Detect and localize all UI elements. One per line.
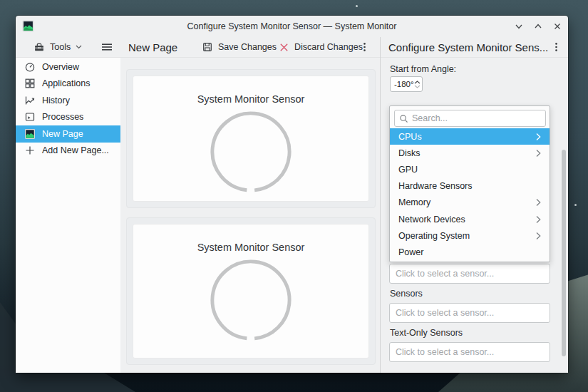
chevron-right-icon	[536, 232, 541, 240]
minimize-button[interactable]	[512, 20, 525, 33]
sidebar-item-label: Overview	[42, 62, 79, 72]
text-only-sensors-label: Text-Only Sensors	[390, 328, 463, 338]
sensor-group-label: Network Devices	[398, 215, 465, 225]
text-only-sensors-selector[interactable]: Click to select a sensor...	[389, 342, 550, 362]
toolbar-page-title: New Page	[128, 37, 177, 57]
grid-icon	[24, 78, 36, 89]
sensor-group-label: Memory	[398, 197, 430, 207]
start-angle-value: -180°	[391, 80, 414, 88]
window-content: Overview Applications	[16, 58, 568, 373]
sensor-widget-container: System Monitor Sensor	[126, 217, 376, 365]
sensor-group-disks[interactable]: Disks	[390, 145, 550, 161]
window-title: Configure System Monitor Sensor — System…	[101, 16, 483, 37]
sensors-label: Sensors	[390, 289, 423, 299]
panel-title: Configure System Monitor Sens...	[388, 37, 548, 57]
overflow-menu-icon[interactable]	[363, 37, 366, 57]
sensor-selector-placeholder: Click to select a sensor...	[396, 347, 494, 357]
sidebar-item-overview[interactable]: Overview	[16, 58, 120, 76]
desktop-wallpaper: Configure System Monitor Sensor — System…	[0, 0, 588, 392]
start-angle-spinbox[interactable]: -180°	[390, 76, 423, 92]
sidebar-item-add-new-page[interactable]: Add New Page...	[16, 143, 120, 160]
titlebar[interactable]: Configure System Monitor Sensor — System…	[16, 16, 568, 37]
discard-changes-label: Discard Changes	[294, 42, 363, 52]
sensor-widget-title: System Monitor Sensor	[197, 93, 305, 105]
sensor-group-label: CPUs	[398, 132, 422, 142]
sensor-widget-card[interactable]: System Monitor Sensor	[133, 76, 369, 202]
search-input[interactable]	[412, 113, 541, 123]
tools-menu-button[interactable]: Tools	[33, 37, 82, 57]
sensor-group-label: Power	[398, 247, 423, 257]
process-window-icon	[24, 111, 36, 123]
sensor-group-label: Operating System	[398, 231, 470, 241]
sensor-group-memory[interactable]: Memory	[390, 195, 550, 211]
sensor-picker-popup: CPUs Disks GPU Hardware Sensors	[389, 105, 550, 262]
spin-down-icon[interactable]	[414, 85, 421, 88]
sidebar-item-label: Add New Page...	[42, 145, 109, 155]
spin-up-icon[interactable]	[414, 81, 421, 84]
sensor-group-network-devices[interactable]: Network Devices	[390, 211, 550, 227]
sensors-selector[interactable]: Click to select a sensor...	[389, 303, 550, 323]
wallpaper-star	[356, 5, 358, 7]
system-monitor-app-icon	[22, 20, 34, 32]
sidebar-item-applications[interactable]: Applications	[16, 76, 120, 93]
app-window: Configure System Monitor Sensor — System…	[16, 16, 568, 373]
sensor-widget-title: System Monitor Sensor	[197, 242, 305, 253]
sidebar-item-label: Processes	[42, 112, 83, 122]
sensor-group-cpus[interactable]: CPUs	[390, 128, 550, 145]
system-monitor-icon	[24, 128, 36, 140]
total-sensor-selector[interactable]: Click to select a sensor...	[389, 264, 550, 284]
chevron-right-icon	[536, 149, 541, 158]
wallpaper-star	[574, 204, 577, 206]
save-icon	[202, 41, 213, 53]
sensor-gauge-circle	[209, 110, 293, 194]
page-preview-area: System Monitor Sensor System Monitor Sen…	[120, 58, 380, 373]
toolbox-icon	[33, 41, 45, 53]
sensor-selector-placeholder: Click to select a sensor...	[396, 269, 494, 279]
sensor-group-gpu[interactable]: GPU	[390, 161, 550, 177]
chevron-down-icon	[76, 45, 82, 49]
sensor-gauge-circle	[209, 258, 293, 342]
sensor-group-label: GPU	[398, 165, 418, 175]
tools-menu-label: Tools	[50, 42, 71, 52]
chevron-right-icon	[536, 133, 541, 141]
sensor-group-power[interactable]: Power	[390, 244, 550, 260]
sensor-group-list: CPUs Disks GPU Hardware Sensors	[390, 128, 550, 261]
sidebar-item-label: Applications	[42, 78, 90, 88]
close-button[interactable]	[551, 20, 564, 33]
discard-changes-button[interactable]: Discard Changes	[279, 37, 363, 57]
panel-overflow-menu-icon[interactable]	[555, 37, 558, 57]
maximize-button[interactable]	[532, 20, 545, 33]
start-angle-label: Start from Angle:	[390, 64, 456, 74]
sidebar: Overview Applications	[16, 58, 120, 373]
sensor-selector-placeholder: Click to select a sensor...	[396, 308, 494, 318]
sidebar-item-label: New Page	[42, 129, 83, 139]
sensor-widget-container: System Monitor Sensor	[126, 69, 376, 208]
sidebar-item-label: History	[42, 96, 70, 105]
sensor-search-field[interactable]	[394, 110, 546, 127]
hamburger-menu-icon[interactable]	[101, 37, 113, 57]
sidebar-item-new-page[interactable]: New Page	[16, 125, 120, 143]
gauge-icon	[24, 61, 36, 73]
save-changes-button[interactable]: Save Changes	[202, 37, 277, 57]
toolbar: Tools New Page	[16, 37, 568, 58]
chevron-right-icon	[536, 198, 541, 207]
sensor-group-label: Disks	[398, 148, 421, 158]
sensor-group-hardware-sensors[interactable]: Hardware Sensors	[390, 178, 550, 195]
plus-icon	[24, 145, 36, 156]
panel-scrollbar[interactable]	[562, 150, 566, 356]
sensor-group-operating-system[interactable]: Operating System	[390, 227, 550, 244]
discard-x-icon	[279, 42, 289, 53]
chart-icon	[24, 95, 36, 106]
search-icon	[399, 114, 408, 123]
chevron-right-icon	[536, 215, 541, 224]
sidebar-item-history[interactable]: History	[16, 92, 120, 109]
sensor-group-label: Hardware Sensors	[398, 181, 473, 191]
config-panel: Start from Angle: -180°	[381, 58, 568, 373]
sidebar-item-processes[interactable]: Processes	[16, 109, 120, 126]
sensor-widget-card[interactable]: System Monitor Sensor	[133, 224, 369, 359]
save-changes-label: Save Changes	[218, 42, 277, 52]
